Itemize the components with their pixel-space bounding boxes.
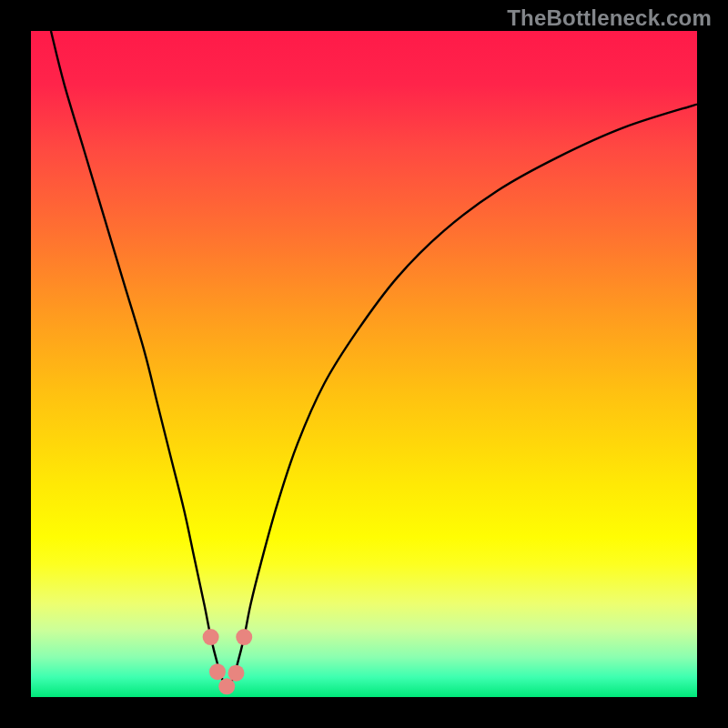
curve-marker xyxy=(218,678,235,694)
watermark-text: TheBottleneck.com xyxy=(507,5,712,31)
curve-markers xyxy=(203,629,253,694)
curve-marker xyxy=(228,665,244,682)
curve-marker xyxy=(209,663,226,680)
chart-frame: TheBottleneck.com xyxy=(0,0,728,728)
curve-marker xyxy=(236,629,252,645)
curve-marker xyxy=(203,629,219,645)
plot-area xyxy=(31,31,697,697)
curve-path xyxy=(51,31,697,687)
bottleneck-curve xyxy=(31,31,697,697)
